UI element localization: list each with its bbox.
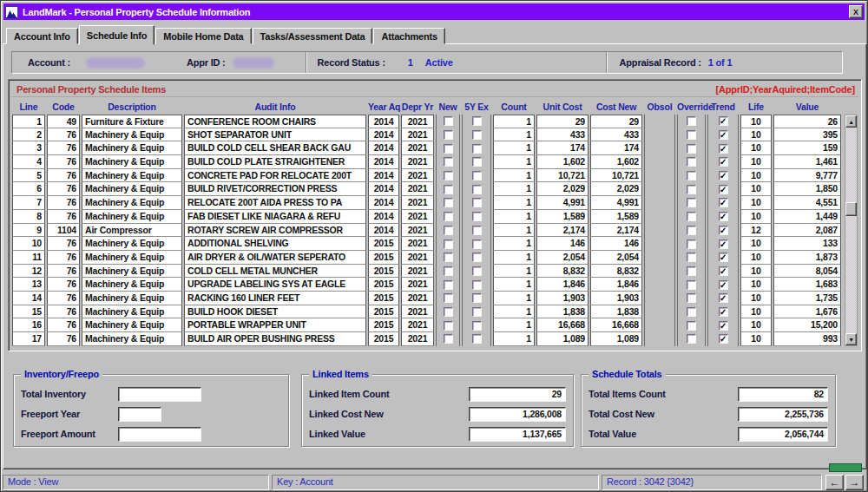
freeport-year-field[interactable] xyxy=(118,407,161,422)
new-checkbox[interactable] xyxy=(444,253,453,262)
cell-new[interactable] xyxy=(436,128,460,142)
cell-count[interactable]: 1 xyxy=(493,278,535,292)
cell-cost-new[interactable]: 146 xyxy=(590,237,642,251)
cell-count[interactable]: 1 xyxy=(493,224,535,238)
cell-depr-yr[interactable]: 2021 xyxy=(401,169,434,183)
cell-obsol[interactable] xyxy=(644,251,675,265)
cell-five-y-ex[interactable] xyxy=(462,224,491,238)
cell-line[interactable]: 6 xyxy=(12,182,45,196)
cell-year-aq[interactable]: 2015 xyxy=(368,305,399,319)
cell-audit[interactable]: AIR DRYER & OIL/WATER SEPERATO xyxy=(184,251,366,265)
cell-audit[interactable]: BUILD AIR OPER BUSHING PRESS xyxy=(184,332,366,346)
cell-unit-cost[interactable]: 10,721 xyxy=(536,169,589,183)
cell-five-y-ex[interactable] xyxy=(462,169,491,183)
cell-five-y-ex[interactable] xyxy=(462,332,491,346)
cell-code[interactable]: 76 xyxy=(47,141,80,155)
cell-new[interactable] xyxy=(436,251,460,265)
cell-obsol[interactable] xyxy=(644,305,675,319)
cell-value[interactable]: 1,735 xyxy=(773,292,841,305)
override-checkbox[interactable] xyxy=(687,226,696,235)
cell-obsol[interactable] xyxy=(644,265,675,279)
trend-checkbox[interactable]: ✓ xyxy=(719,307,728,317)
trend-checkbox[interactable]: ✓ xyxy=(719,293,728,303)
cell-life[interactable]: 10 xyxy=(740,332,772,346)
new-checkbox[interactable] xyxy=(444,266,453,276)
cell-trend[interactable]: ✓ xyxy=(707,237,739,251)
new-checkbox[interactable] xyxy=(444,280,453,290)
override-checkbox[interactable] xyxy=(687,307,696,317)
cell-audit[interactable]: PORTABLE WRAPPER UNIT xyxy=(184,318,366,332)
cell-trend[interactable]: ✓ xyxy=(707,305,739,319)
cell-value[interactable]: 1,449 xyxy=(773,210,841,224)
cell-depr-yr[interactable]: 2021 xyxy=(401,292,434,305)
cell-audit[interactable]: BUILD RIVET/CORRECTION PRESS xyxy=(184,182,366,196)
cell-five-y-ex[interactable] xyxy=(462,292,491,305)
cell-audit[interactable]: CONFERENCE ROOM CHAIRS xyxy=(184,115,366,128)
cell-unit-cost[interactable]: 2,029 xyxy=(536,182,589,196)
cell-value[interactable]: 26 xyxy=(773,115,841,128)
cell-trend[interactable]: ✓ xyxy=(707,332,739,346)
new-checkbox[interactable] xyxy=(444,144,453,154)
cell-year-aq[interactable]: 2015 xyxy=(368,318,399,332)
cell-trend[interactable]: ✓ xyxy=(707,196,739,210)
cell-description[interactable]: Machinery & Equip xyxy=(82,210,182,224)
cell-depr-yr[interactable]: 2021 xyxy=(401,251,434,265)
cell-new[interactable] xyxy=(436,278,460,292)
cell-depr-yr[interactable]: 2021 xyxy=(401,332,434,346)
cell-cost-new[interactable]: 16,668 xyxy=(590,318,642,332)
new-checkbox[interactable] xyxy=(444,239,453,249)
cell-obsol[interactable] xyxy=(644,292,675,305)
cell-five-y-ex[interactable] xyxy=(462,141,491,155)
cell-code[interactable]: 76 xyxy=(47,196,80,210)
tab-mobile-home-data[interactable]: Mobile Home Data xyxy=(155,28,251,44)
cell-trend[interactable]: ✓ xyxy=(707,155,739,169)
cell-unit-cost[interactable]: 1,903 xyxy=(536,292,589,305)
cell-description[interactable]: Machinery & Equip xyxy=(82,182,182,196)
cell-audit[interactable]: COLD CELL METAL MUNCHER xyxy=(184,265,366,279)
five-y-ex-checkbox[interactable] xyxy=(472,116,482,126)
trend-checkbox[interactable]: ✓ xyxy=(719,171,728,180)
new-checkbox[interactable] xyxy=(444,334,453,344)
cell-life[interactable]: 10 xyxy=(740,292,772,305)
cell-cost-new[interactable]: 2,054 xyxy=(590,251,642,265)
cell-trend[interactable]: ✓ xyxy=(707,292,739,305)
cell-cost-new[interactable]: 1,846 xyxy=(590,278,642,292)
override-checkbox[interactable] xyxy=(687,157,696,167)
five-y-ex-checkbox[interactable] xyxy=(472,334,482,344)
new-checkbox[interactable] xyxy=(444,198,453,207)
cell-override[interactable] xyxy=(677,224,706,238)
cell-trend[interactable]: ✓ xyxy=(707,224,739,238)
cell-audit[interactable]: RACKING 160 LINER FEET xyxy=(184,292,366,305)
cell-unit-cost[interactable]: 1,846 xyxy=(536,278,589,292)
new-checkbox[interactable] xyxy=(444,157,453,167)
cell-value[interactable]: 1,850 xyxy=(773,182,841,196)
cell-cost-new[interactable]: 10,721 xyxy=(590,169,642,183)
cell-line[interactable]: 1 xyxy=(12,115,45,128)
cell-year-aq[interactable]: 2015 xyxy=(368,278,399,292)
cell-audit[interactable]: CONCRETE PAD FOR RELOCATE 200T xyxy=(184,169,366,183)
cell-five-y-ex[interactable] xyxy=(462,251,491,265)
override-checkbox[interactable] xyxy=(687,280,696,290)
trend-checkbox[interactable]: ✓ xyxy=(719,185,728,194)
cell-count[interactable]: 1 xyxy=(493,141,535,155)
five-y-ex-checkbox[interactable] xyxy=(472,307,482,317)
scrollbar-thumb[interactable] xyxy=(845,202,857,216)
five-y-ex-checkbox[interactable] xyxy=(472,226,482,235)
cell-line[interactable]: 10 xyxy=(12,237,45,251)
cell-line[interactable]: 3 xyxy=(12,141,45,155)
new-checkbox[interactable] xyxy=(444,130,453,140)
cell-year-aq[interactable]: 2014 xyxy=(368,128,399,142)
cell-code[interactable]: 76 xyxy=(47,305,80,319)
cell-count[interactable]: 1 xyxy=(493,210,535,224)
cell-line[interactable]: 17 xyxy=(12,332,45,346)
cell-description[interactable]: Machinery & Equip xyxy=(82,141,182,155)
cell-count[interactable]: 1 xyxy=(493,251,535,265)
cell-unit-cost[interactable]: 2,174 xyxy=(536,224,589,238)
total-value-field[interactable]: 2,056,744 xyxy=(738,427,828,442)
cell-code[interactable]: 76 xyxy=(47,169,80,183)
linked-item-count-field[interactable]: 29 xyxy=(469,387,566,402)
cell-unit-cost[interactable]: 8,832 xyxy=(536,265,589,279)
cell-obsol[interactable] xyxy=(644,128,675,142)
cell-new[interactable] xyxy=(436,196,460,210)
cell-trend[interactable]: ✓ xyxy=(707,318,739,332)
